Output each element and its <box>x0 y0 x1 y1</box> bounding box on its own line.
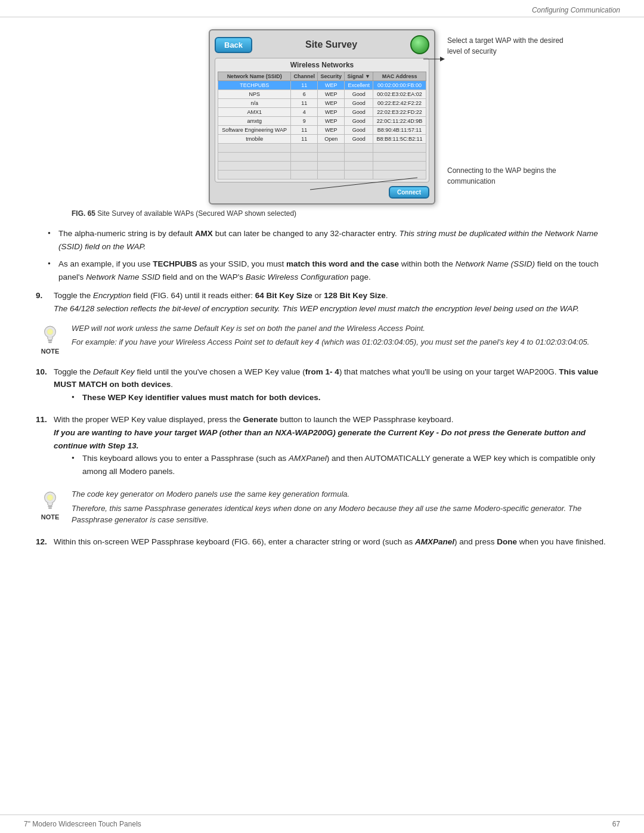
step-9-content: Toggle the Encryption field (FIG. 64) un… <box>54 289 579 315</box>
empty-cell <box>318 162 345 171</box>
ss-green-button[interactable] <box>410 35 429 54</box>
step-10-content: Toggle the Default Key field until the y… <box>54 366 608 408</box>
table-row[interactable]: Software Engineering WAP11WEPGoodB8:90:4… <box>218 126 426 135</box>
table-row-empty <box>218 153 426 162</box>
page-header: Configuring Communication <box>0 0 644 17</box>
figure-number: FIG. 65 <box>72 209 95 218</box>
cell-ssid: TECHPUBS <box>218 81 291 90</box>
lightbulb-icon-1 <box>39 325 61 346</box>
callout-bottom-arrow <box>310 172 417 196</box>
table-row[interactable]: amxtg9WEPGood22:0C:11:22:4D:9B <box>218 117 426 126</box>
empty-cell <box>218 162 291 171</box>
empty-cell <box>291 144 318 153</box>
step-11-content: With the proper WEP Key value displayed,… <box>54 413 608 481</box>
cell-ssid: Software Engineering WAP <box>218 126 291 135</box>
cell-signal: Excellent <box>345 81 373 90</box>
italic-network-name-ssid: Network Name (SSID) <box>456 259 535 268</box>
cell-signal: Good <box>345 90 373 99</box>
note-content-2: The code key generator on Modero panels … <box>72 488 608 528</box>
chapter-title: Configuring Communication <box>532 6 620 14</box>
svg-line-2 <box>310 178 417 190</box>
empty-cell <box>318 144 345 153</box>
cell-ssid: tmobile <box>218 135 291 144</box>
figure-container: Back Site Survey Wireless Networks Netwo… <box>36 29 608 205</box>
cell-mac: 00:02:E3:02:EA:02 <box>373 90 426 99</box>
note-2-line-1: The code key generator on Modero panels … <box>72 488 608 500</box>
step-11: 11. With the proper WEP Key value displa… <box>36 413 608 481</box>
cell-security: WEP <box>318 108 345 117</box>
empty-cell <box>345 162 373 171</box>
cell-mac: 00:22:E2:42:F2:22 <box>373 99 426 108</box>
bullet-1: The alpha-numeric string is by default A… <box>48 227 608 253</box>
svg-rect-5 <box>48 342 52 343</box>
italic-64-128-note: The 64/128 selection reflects the bit-le… <box>54 304 579 313</box>
cell-channel: 11 <box>291 99 318 108</box>
bold-match: match this word and the case <box>286 259 399 268</box>
table-row[interactable]: NPS6WEPGood00:02:E3:02:EA:02 <box>218 90 426 99</box>
cell-security: Open <box>318 135 345 144</box>
bold-128bit: 128 Bit Key Size <box>324 291 386 300</box>
footer-right: 67 <box>612 820 620 828</box>
step-11-subbullets: This keyboard allows you to enter a Pass… <box>72 452 608 478</box>
note-label-2: NOTE <box>41 513 60 521</box>
note-2-line-2: Therefore, this same Passphrase generate… <box>72 503 608 526</box>
cell-mac: B8:B8:11:5C:B2:11 <box>373 135 426 144</box>
bullet-2: As an example, if you use TECHPUBS as yo… <box>48 258 608 283</box>
bold-wep-identifier: These WEP Key identifier values must mat… <box>82 393 321 402</box>
note-content-1: WEP will not work unless the same Defaul… <box>72 323 608 351</box>
note-1-line-1: WEP will not work unless the same Defaul… <box>72 323 608 335</box>
ss-table-title: Wireless Networks <box>218 61 426 69</box>
svg-point-6 <box>47 329 53 335</box>
ss-header: Back Site Survey <box>215 35 429 54</box>
cell-security: WEP <box>318 99 345 108</box>
intro-bullets: The alpha-numeric string is by default A… <box>48 227 608 283</box>
cell-security: WEP <box>318 126 345 135</box>
callout-bottom: Connecting to the WAP begins the communi… <box>447 165 578 187</box>
note-1-line-2: For example: if you have your Wireless A… <box>72 336 608 348</box>
italic-step11-note: If you are wanting to have your target W… <box>54 428 586 450</box>
note-box-1: NOTE WEP will not work unless the same D… <box>36 323 608 358</box>
svg-point-10 <box>47 495 53 501</box>
empty-cell <box>373 153 426 162</box>
col-security: Security <box>318 72 345 81</box>
table-row-empty <box>218 162 426 171</box>
table-row[interactable]: n/a11WEPGood00:22:E2:42:F2:22 <box>218 99 426 108</box>
cell-mac: B8:90:4B:11:57:11 <box>373 126 426 135</box>
italic-default-key: Default Key <box>93 367 135 376</box>
cell-channel: 4 <box>291 108 318 117</box>
ss-table-container: Wireless Networks Network Name (SSID) Ch… <box>215 58 429 182</box>
italic-amxpanel-2: AMXPanel <box>415 537 454 546</box>
step-10-number: 10. <box>36 366 54 408</box>
col-signal: Signal ▼ <box>345 72 373 81</box>
bold-amxpanel-2: AMXPanel <box>415 537 454 546</box>
note-icon-2: NOTE <box>36 488 64 524</box>
cell-security: WEP <box>318 90 345 99</box>
step-10-subbullet-1: These WEP Key identifier values must mat… <box>72 391 608 404</box>
empty-cell <box>345 153 373 162</box>
bold-from1-4: from 1- 4 <box>305 367 339 376</box>
italic-network-name-ssid-2: Network Name SSID <box>86 272 160 281</box>
step-10: 10. Toggle the Default Key field until t… <box>36 366 608 408</box>
cell-security: WEP <box>318 117 345 126</box>
wireless-networks-table: Network Name (SSID) Channel Security Sig… <box>218 72 426 179</box>
page-footer: 7" Modero Widescreen Touch Panels 67 <box>0 815 644 833</box>
bold-amx: AMX <box>195 229 213 238</box>
italic-amxpanel-1: AMXPanel <box>289 454 327 463</box>
table-row[interactable]: tmobile11OpenGoodB8:B8:11:5C:B2:11 <box>218 135 426 144</box>
italic-encryption: Encryption <box>93 291 131 300</box>
svg-marker-1 <box>440 57 445 61</box>
cell-signal: Good <box>345 108 373 117</box>
step-12-content: Within this on-screen WEP Passphrase key… <box>54 535 606 549</box>
empty-cell <box>373 144 426 153</box>
empty-cell <box>291 153 318 162</box>
bold-step11-italic: If you are wanting to have your target W… <box>54 428 586 450</box>
table-row[interactable]: TECHPUBS11WEPExcellent00:02:00:00:FB:00 <box>218 81 426 90</box>
empty-cell <box>345 144 373 153</box>
cell-signal: Good <box>345 117 373 126</box>
empty-cell <box>318 153 345 162</box>
back-button[interactable]: Back <box>215 37 252 53</box>
col-mac: MAC Address <box>373 72 426 81</box>
table-row[interactable]: AMX14WEPGood22:02:E3:22:FD:22 <box>218 108 426 117</box>
cell-ssid: NPS <box>218 90 291 99</box>
step-11-number: 11. <box>36 413 54 481</box>
